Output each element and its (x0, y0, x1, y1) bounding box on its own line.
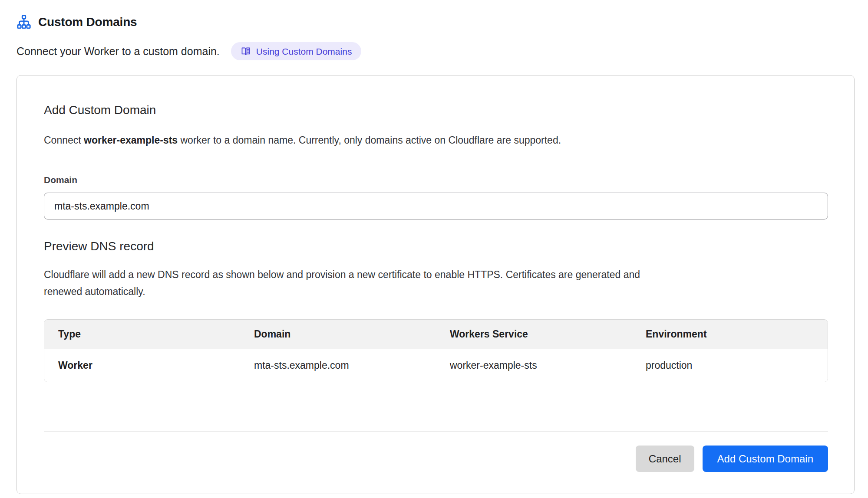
page-subtitle-row: Connect your Worker to a custom domain. … (17, 42, 855, 61)
footer-divider (44, 431, 828, 432)
page-header: Custom Domains (17, 13, 855, 31)
add-custom-domain-card: Add Custom Domain Connect worker-example… (17, 75, 855, 494)
column-header-environment: Environment (632, 320, 828, 349)
footer-actions: Cancel Add Custom Domain (44, 446, 828, 472)
cell-domain: mta-sts.example.com (240, 349, 436, 382)
dialog-description: Connect worker-example-sts worker to a d… (44, 134, 828, 147)
preview-dns-heading: Preview DNS record (44, 239, 828, 253)
table-row: Worker mta-sts.example.com worker-exampl… (44, 349, 828, 382)
add-custom-domain-button[interactable]: Add Custom Domain (703, 446, 828, 472)
description-prefix: Connect (44, 134, 84, 146)
page-title: Custom Domains (38, 15, 137, 29)
column-header-domain: Domain (240, 320, 436, 349)
cell-environment: production (632, 349, 828, 382)
domain-label: Domain (44, 175, 828, 185)
page-subtitle: Connect your Worker to a custom domain. (17, 45, 220, 58)
cell-workers-service: worker-example-sts (436, 349, 632, 382)
open-book-icon (241, 46, 251, 56)
worker-name: worker-example-sts (84, 134, 178, 146)
custom-domains-page: Custom Domains Connect your Worker to a … (0, 0, 868, 498)
preview-dns-description: Cloudflare will add a new DNS record as … (44, 266, 673, 300)
domain-input[interactable] (44, 193, 828, 220)
dns-preview-table: Type Domain Workers Service Environment … (44, 319, 828, 382)
cell-type: Worker (44, 349, 240, 382)
column-header-workers-service: Workers Service (436, 320, 632, 349)
description-suffix: worker to a domain name. Currently, only… (178, 134, 561, 146)
cancel-button[interactable]: Cancel (636, 446, 694, 472)
docs-badge-label: Using Custom Domains (256, 47, 352, 56)
dialog-heading: Add Custom Domain (44, 103, 828, 117)
using-custom-domains-link[interactable]: Using Custom Domains (231, 42, 362, 60)
sitemap-icon (17, 15, 31, 29)
column-header-type: Type (44, 320, 240, 349)
table-header-row: Type Domain Workers Service Environment (44, 320, 828, 349)
